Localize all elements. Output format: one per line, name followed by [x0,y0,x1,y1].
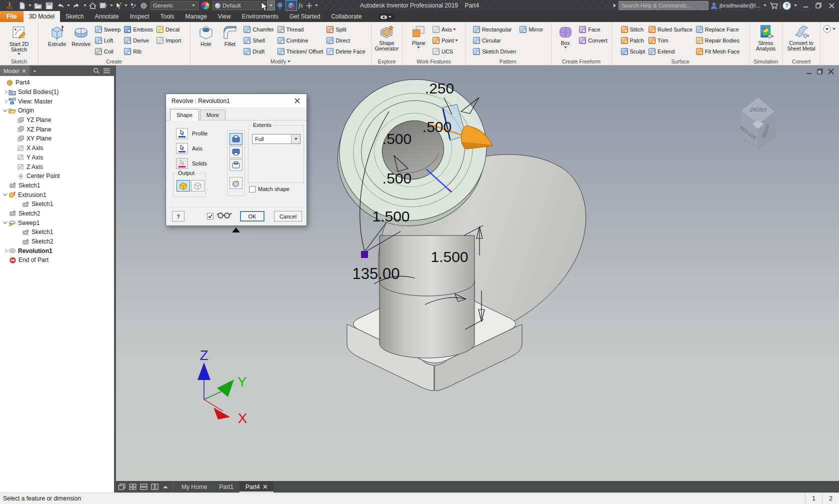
ucs-button[interactable]: UCS [431,46,460,57]
panel-modify-label[interactable]: Modify [190,58,371,65]
profile-select-button[interactable] [176,128,188,139]
open-button[interactable] [32,0,44,10]
rectangular-pattern-button[interactable]: Rectangular [472,24,518,35]
doctab-my-home[interactable]: My Home [176,481,213,492]
extrude-button[interactable]: Extrude [46,22,69,58]
boolean-intersect-button[interactable] [230,159,242,171]
panel-create-label[interactable]: Create [38,58,190,65]
tree-item-solid-bodies[interactable]: Solid Bodies(1) [0,88,114,97]
panel-simulation-label[interactable]: Simulation [749,58,782,65]
redo-button[interactable] [71,0,82,10]
appearance-dropdown[interactable]: Default [212,1,266,10]
browser-search-icon[interactable] [93,68,100,74]
tree-item-end-of-part[interactable]: End of Part [0,256,114,265]
dim-500-b[interactable]: .500 [382,130,412,147]
sketch-view-dropdown-caret[interactable] [110,4,113,6]
coil-button[interactable]: Coil [94,46,122,57]
search-input[interactable] [618,1,708,10]
panel-pattern-label[interactable]: Pattern [465,58,551,65]
rib-button[interactable]: Rib [122,46,154,57]
decal-button[interactable]: Decal [155,24,182,35]
solids-select-button[interactable] [176,158,188,169]
minimize-button[interactable] [800,1,811,10]
tree-item-sweep1-sketch2[interactable]: Sketch2 [0,237,114,246]
dialog-tab-more[interactable]: More [200,110,226,120]
parameters-fx-button[interactable]: fx [297,0,304,10]
expand-chevron-icon[interactable] [3,98,8,104]
appearance-adjust-button[interactable] [267,0,275,10]
tab-3d-model[interactable]: 3D Model [24,11,60,22]
browser-add-tab-button[interactable]: + [30,68,40,74]
output-solid-button[interactable] [176,180,190,192]
extents-dropdown[interactable]: Full [252,134,300,144]
redo-dropdown-caret[interactable] [84,4,86,6]
dim-500-c[interactable]: .500 [382,170,412,186]
repair-bodies-button[interactable]: Repair Bodies [694,35,742,46]
panel-sketch-label[interactable]: Sketch [0,58,38,65]
tree-item-sketch1[interactable]: Sketch1 [0,181,114,190]
dim-135[interactable]: 135.00 [352,265,400,282]
doctab-close-icon[interactable] [263,484,268,489]
match-shape-checkbox[interactable] [249,186,256,192]
dialog-expand-handle[interactable] [232,228,240,232]
browser-tab-model[interactable]: Model [0,66,30,76]
search-expand-caret[interactable] [612,3,616,8]
tree-item-y-axis[interactable]: Y Axis [0,153,114,162]
plane-button[interactable]: Plane [407,22,430,58]
tree-item-sketch2[interactable]: Sketch2 [0,209,114,218]
tree-item-origin[interactable]: Origin [0,106,114,116]
panel-convert-label[interactable]: Convert [782,58,820,65]
sketch-driven-button[interactable]: Sketch Driven [472,46,518,57]
ribbon-collapse-button[interactable] [823,25,836,33]
tab-inspect[interactable]: Inspect [124,11,155,22]
panel-work-features-label[interactable]: Work Features [402,58,465,65]
collapse-chevron-icon[interactable] [3,192,8,198]
panel-explore-label[interactable]: Explore [371,58,402,65]
replace-face-button[interactable]: Replace Face [694,24,742,35]
boolean-cut-button[interactable] [230,146,242,158]
tab-sketch[interactable]: Sketch [60,11,90,22]
help-button[interactable]: ? [782,2,791,10]
extend-button[interactable]: Extend [647,46,694,57]
preview-checkbox[interactable] [207,213,214,220]
tree-item-xy-plane[interactable]: XY Plane [0,134,114,144]
fillet-button[interactable]: Fillet [218,22,242,58]
doc-minimize-icon[interactable] [806,69,812,74]
doc-restore-icon[interactable] [817,68,823,74]
shell-button[interactable]: Shell [242,35,275,46]
view-cube[interactable]: FRONT BOTTOM RIGHT [739,98,775,150]
restore-button[interactable] [813,1,824,10]
chamfer-button[interactable]: Chamfer [242,24,275,35]
work-point-button[interactable]: Point [431,35,460,46]
dim-1500-b[interactable]: 1.500 [430,248,468,265]
new-solid-button[interactable] [230,177,242,189]
trim-button[interactable]: Trim [647,35,694,46]
hole-button[interactable]: Hole [194,22,218,58]
sweep-button[interactable]: Sweep [94,24,122,35]
freeform-box-button[interactable]: Box [554,22,577,58]
tile-vertical-icon[interactable] [149,481,160,492]
doctab-part4[interactable]: Part4 [240,481,274,492]
tree-item-extrusion1[interactable]: Extrusion1 [0,190,114,200]
part-model[interactable] [316,66,586,390]
undo-dropdown-caret[interactable] [67,4,70,6]
extents-dropdown-button[interactable] [291,134,300,144]
tree-item-center-point[interactable]: Center Point [0,172,114,181]
freeform-convert-button[interactable]: Convert [578,35,609,46]
clear-appearance-override-button[interactable] [286,0,297,11]
tree-item-xz-plane[interactable]: XZ Plane [0,124,114,134]
stress-analysis-button[interactable]: Stress Analysis [752,22,780,58]
panel-freeform-label[interactable]: Create Freeform [551,58,612,65]
circular-pattern-button[interactable]: Circular [472,35,518,46]
color-wheel-button[interactable] [200,0,211,10]
close-button[interactable] [826,1,837,10]
camera-tool-button[interactable] [378,14,394,20]
delete-face-button[interactable]: Delete Face [325,46,366,57]
boolean-join-button[interactable] [230,133,242,145]
material-dropdown[interactable]: Generic [150,1,198,10]
new-file-button[interactable] [17,0,28,10]
constraint-dots-button[interactable] [128,0,138,10]
expand-chevron-icon[interactable] [3,248,8,254]
tab-get-started[interactable]: Get Started [284,11,326,22]
work-axis-button[interactable]: Axis [431,24,460,35]
